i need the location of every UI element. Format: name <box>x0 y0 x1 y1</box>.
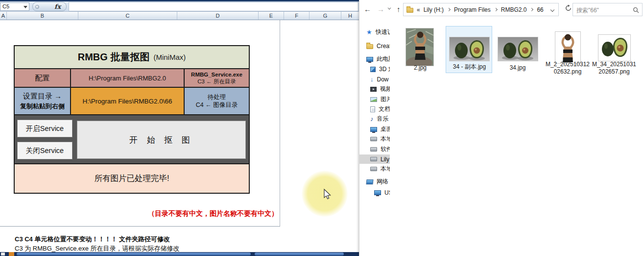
name-box-dropdown-icon[interactable] <box>24 6 27 8</box>
column-header-h[interactable]: H <box>341 12 359 20</box>
disk-icon <box>370 157 377 161</box>
disk-icon <box>370 137 377 141</box>
sidebar-item-creative-cloud[interactable]: Creat <box>359 41 390 51</box>
formula-bar-input[interactable] <box>69 2 358 11</box>
column-header-d[interactable]: D <box>177 12 259 20</box>
breadcrumb-item-program-files[interactable]: Program Files <box>454 6 491 13</box>
config-row: 配置 H:\Program Files\RMBG2.0 RMBG_Service… <box>15 68 249 87</box>
file-tile-selected[interactable]: 34 - 副本.jpg <box>446 26 492 73</box>
breadcrumb-ellipsis[interactable]: « <box>417 6 420 13</box>
search-placeholder-text: 搜索"66" <box>576 6 599 15</box>
3d-objects-icon <box>370 67 376 72</box>
file-name-m34-png[interactable]: M_34_20251031 202657.png <box>585 61 644 76</box>
search-input[interactable]: 搜索"66" <box>572 3 643 16</box>
sidebar-item-music[interactable]: ♪ 音乐 <box>359 114 390 124</box>
set-directory-label-cell[interactable]: 设置目录 → 复制粘贴到右侧 <box>15 88 71 114</box>
sidebar-item-desktop[interactable]: 桌面 <box>359 125 390 134</box>
file-thumbnail-34jpg[interactable] <box>498 37 538 61</box>
rmbg-app-table: RMBG 批量抠图 (MiniMax) 配置 H:\Program Files\… <box>14 45 250 194</box>
breadcrumb-separator-icon <box>447 8 451 11</box>
videos-icon <box>370 87 377 92</box>
column-header-b[interactable]: B <box>7 12 78 20</box>
sidebar-item-local-disk[interactable]: 本地 <box>359 164 390 174</box>
breadcrumb-item-66[interactable]: 66 <box>537 6 543 13</box>
column-header-c[interactable]: C <box>78 12 177 20</box>
start-matting-button[interactable]: 开 始 抠 图 <box>77 121 246 159</box>
file-name-line1: M_34_20251031 <box>585 61 644 68</box>
sidebar-item-local-disk[interactable]: 本地 <box>359 134 390 144</box>
file-thumbnail-34-copy[interactable] <box>449 37 490 61</box>
formula-bar-handle-icon <box>35 5 39 9</box>
breadcrumb-separator-icon <box>530 8 533 11</box>
usb-pc-icon <box>374 190 381 195</box>
breadcrumb: « Lily (H:) Program Files RMBG2.0 66 <box>406 3 544 16</box>
folder-icon <box>406 8 413 13</box>
sidebar-item-network[interactable]: 网络 <box>359 177 390 186</box>
sidebar-item-quick-access[interactable]: ★ 快速访 <box>359 27 390 37</box>
breadcrumb-item-drive[interactable]: Lily (H:) <box>424 6 444 13</box>
address-bar[interactable]: « Lily (H:) Program Files RMBG2.0 66 <box>403 3 559 16</box>
network-icon <box>366 179 373 184</box>
bottom-bar-icon <box>9 252 14 256</box>
disk-icon <box>370 147 377 152</box>
column-header-f[interactable]: F <box>284 12 310 20</box>
page-break-line-vertical <box>280 20 280 226</box>
sidebar-item-documents[interactable]: 文档 <box>359 104 390 114</box>
file-thumbnail-2jpg[interactable] <box>405 28 434 66</box>
insert-function-icon[interactable]: fx <box>54 3 61 10</box>
image-dir-cell[interactable]: H:\Program Files\RMBG2.0\66 <box>71 88 185 114</box>
formula-bar-row: C5 fx <box>0 1 359 12</box>
config-label-cell[interactable]: 配置 <box>15 69 71 87</box>
file-thumbnail-m34-png[interactable] <box>598 34 631 61</box>
sidebar-item-software-disk[interactable]: 软件 <box>359 145 390 154</box>
recent-locations-chevron-icon[interactable] <box>388 6 391 10</box>
column-headers: A B C D E F G H <box>0 12 359 20</box>
sidebar-item-3d-objects[interactable]: 3D 对 <box>359 65 390 74</box>
quick-access-star-icon: ★ <box>366 29 372 35</box>
up-button-icon[interactable]: ↑ <box>397 5 401 13</box>
documents-icon <box>370 106 375 112</box>
directory-row: 设置目录 → 复制粘贴到右侧 H:\Program Files\RMBG2.0\… <box>15 87 249 114</box>
sidebar-item-this-pc[interactable]: 此电脑 <box>359 54 390 64</box>
back-button-icon[interactable]: ← <box>364 5 371 13</box>
start-service-button[interactable]: 开启Service <box>17 120 72 137</box>
cell-note-bold: C3 C4 单元格位置不要变动！！！！ 文件夹路径可修改 <box>15 235 170 244</box>
warning-note: （目录不要有中文，图片名称不要有中文） <box>147 209 278 218</box>
bottom-bar-mark <box>1 253 5 256</box>
stop-service-button[interactable]: 关闭Service <box>17 142 72 159</box>
file-name-line2: 202657.png <box>585 68 644 76</box>
file-thumbnail-m2-png[interactable] <box>555 31 581 64</box>
file-name-34jpg[interactable]: 34.jpg <box>493 64 542 72</box>
column-header-e[interactable]: E <box>259 12 284 20</box>
name-box[interactable]: C5 <box>0 2 29 11</box>
sidebar-item-pictures[interactable]: 图片 <box>359 95 390 104</box>
search-icon[interactable] <box>633 6 639 15</box>
file-name-34-copy[interactable]: 34 - 副本.jpg <box>446 63 493 71</box>
sidebar-item-lily-drive[interactable]: Lily <box>359 154 390 164</box>
app-title-cell[interactable]: RMBG 批量抠图 (MiniMax) <box>15 46 249 68</box>
scrollbar-segment[interactable] <box>255 253 344 256</box>
worksheet[interactable]: RMBG 批量抠图 (MiniMax) 配置 H:\Program Files\… <box>0 20 359 252</box>
sidebar-item-downloads[interactable]: ↓ Dow <box>359 75 390 84</box>
scrollbar-segment[interactable] <box>17 253 251 256</box>
page-break-line-horizontal <box>0 226 280 227</box>
breadcrumb-separator-icon <box>494 8 498 11</box>
excel-window: C5 fx A B C D E F G H RMBG 批量抠图 <box>0 0 359 256</box>
disk-icon <box>370 167 377 171</box>
column-header-g[interactable]: G <box>310 12 341 20</box>
service-dir-cell[interactable]: H:\Program Files\RMBG2.0 <box>71 69 185 87</box>
service-hint-cell[interactable]: RMBG_Service.exe C3 ← 所在目录 <box>185 69 249 87</box>
forward-button-icon: → <box>377 5 384 13</box>
file-name-2jpg[interactable]: 2.jpg <box>396 64 445 72</box>
breadcrumb-item-rmbg[interactable]: RMBG2.0 <box>501 6 527 13</box>
sidebar-item-usb-pc[interactable]: USE <box>359 188 390 197</box>
column-header-a[interactable]: A <box>0 12 7 20</box>
refresh-icon[interactable] <box>565 4 572 12</box>
screen: C5 fx A B C D E F G H RMBG 批量抠图 <box>0 0 644 256</box>
sidebar-item-videos[interactable]: 视频 <box>359 84 390 94</box>
pictures-icon <box>370 97 377 102</box>
address-dropdown-chevron-icon[interactable] <box>550 8 554 12</box>
formula-bar-capsule: fx <box>32 2 67 11</box>
pending-hint-cell[interactable]: 待处理 C4 ← 图像目录 <box>185 88 249 114</box>
status-cell[interactable]: 所有图片已处理完毕! <box>15 163 249 193</box>
